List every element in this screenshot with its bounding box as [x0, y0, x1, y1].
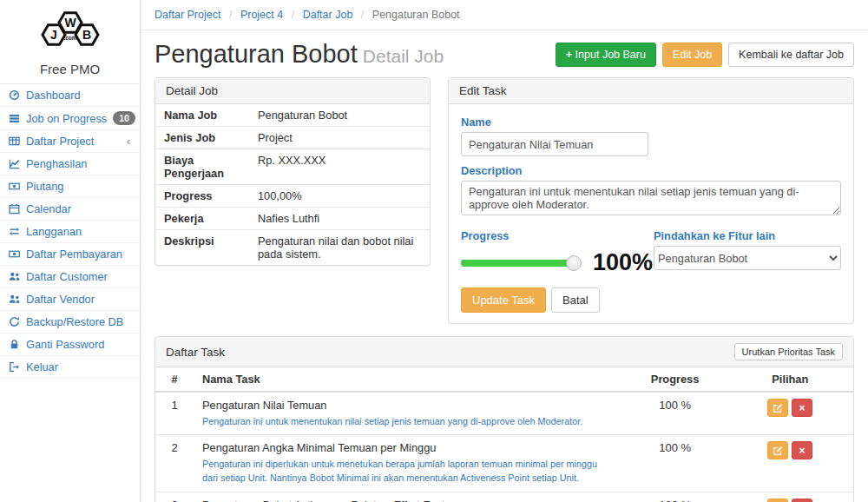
daftar-task-panel: Daftar Task Urutkan Prioritas Task # Nam… — [155, 336, 854, 502]
pencil-square-icon — [773, 446, 783, 456]
sidebar-item-label: Penghasilan — [26, 157, 132, 170]
breadcrumb-project-4[interactable]: Project 4 — [240, 9, 283, 21]
svg-text:J: J — [50, 28, 57, 42]
sidebar-item-label: Daftar Vendor — [26, 293, 132, 306]
task-name: Pengaturan Bobot Activeness Point vs Eff… — [202, 499, 615, 502]
kembali-ke-daftar-job-button[interactable]: Kembali ke daftar Job — [728, 43, 854, 67]
task-progress: 100 % — [623, 492, 727, 502]
daftar-task-panel-title: Daftar Task — [166, 346, 225, 359]
gauge-icon — [8, 89, 20, 101]
delete-task-button[interactable]: × — [792, 441, 812, 459]
input-job-baru-button[interactable]: + Input Job Baru — [556, 43, 656, 67]
detail-row: Nama JobPengaturan Bobot — [155, 104, 430, 127]
sidebar-item-daftar-pembayaran[interactable]: Daftar Pembayaran — [0, 243, 140, 266]
sidebar-item-langganan[interactable]: Langganan — [0, 221, 140, 243]
breadcrumb-separator: / — [361, 9, 364, 21]
task-description-textarea[interactable]: Pengaturan ini untuk menentukan nilai se… — [461, 181, 841, 215]
sidebar-item-dashboard[interactable]: Dashboard — [0, 84, 140, 107]
sidebar-item-piutang[interactable]: Piutang — [0, 175, 140, 198]
description-label: Description — [461, 164, 841, 177]
delete-task-button[interactable]: × — [792, 399, 812, 417]
refresh-icon — [8, 316, 20, 327]
progress-slider-handle[interactable] — [566, 255, 582, 271]
task-no: 2 — [155, 435, 194, 492]
sidebar-item-job-on-progress[interactable]: Job on Progress 10 — [0, 107, 140, 130]
breadcrumb-daftar-project[interactable]: Daftar Project — [155, 9, 220, 21]
sign-out-icon — [8, 361, 20, 373]
task-no: 1 — [155, 392, 194, 435]
sidebar-item-label: Job on Progress — [26, 112, 107, 125]
detail-job-panel-title: Detail Job — [155, 78, 430, 104]
detail-row: Progress100,00% — [155, 185, 430, 208]
sidebar-item-keluar[interactable]: Keluar — [0, 356, 140, 379]
column-pilihan: Pilihan — [727, 367, 853, 392]
task-name-input[interactable] — [461, 132, 648, 156]
sidebar-item-penghasilan[interactable]: Penghasilan — [0, 153, 140, 175]
progress-slider[interactable] — [461, 260, 574, 267]
table-icon — [8, 135, 20, 147]
delete-task-button[interactable]: × — [792, 499, 812, 502]
detail-row: Biaya PengerjaanRp. XXX.XXX — [155, 149, 430, 185]
sidebar-item-calendar[interactable]: Calendar — [0, 198, 140, 221]
breadcrumb-separator: / — [292, 9, 294, 21]
users-icon — [8, 271, 20, 282]
page-title-block: Pengaturan BobotDetail Job — [155, 40, 444, 69]
brand-name: Free PMO — [0, 62, 140, 76]
page-title: Pengaturan Bobot — [155, 40, 358, 68]
progress-label: Progress — [461, 229, 653, 242]
task-row: 1 Pengaturan Nilai Temuan Pengaturan ini… — [155, 392, 853, 435]
lock-icon — [8, 339, 20, 350]
task-row: 2 Pengaturan Angka Minimal Temuan per Mi… — [155, 435, 853, 492]
column-progress: Progress — [623, 367, 727, 392]
sidebar-item-label: Langganan — [26, 225, 132, 238]
sidebar-item-label: Piutang — [26, 180, 132, 193]
x-icon: × — [799, 402, 806, 414]
progress-slider-fill — [461, 260, 574, 267]
chevron-left-icon: ‹ — [127, 135, 132, 148]
sidebar-item-label: Backup/Restore DB — [26, 315, 132, 328]
sidebar-item-ganti-password[interactable]: Ganti Password — [0, 334, 140, 356]
pencil-square-icon — [773, 403, 783, 413]
urutkan-prioritas-task-button[interactable]: Urutkan Prioritas Task — [734, 343, 843, 360]
detail-row: DeskripsiPengaturan nilai dan bobot nila… — [155, 230, 430, 266]
sidebar-item-daftar-vendor[interactable]: Daftar Vendor — [0, 288, 140, 311]
batal-button[interactable]: Batal — [551, 287, 600, 313]
breadcrumb: Daftar Project / Project 4 / Daftar Job … — [141, 0, 868, 30]
column-nama-task: Nama Task — [194, 367, 623, 392]
sidebar-item-daftar-customer[interactable]: Daftar Customer — [0, 266, 140, 288]
task-name: Pengaturan Nilai Temuan — [202, 399, 615, 412]
edit-task-button[interactable] — [767, 499, 788, 502]
edit-task-button[interactable] — [767, 399, 788, 417]
retweet-icon — [8, 226, 20, 237]
update-task-button[interactable]: Update Task — [461, 287, 546, 313]
breadcrumb-current: Pengaturan Bobot — [372, 9, 460, 21]
svg-text:W: W — [64, 16, 76, 30]
breadcrumb-daftar-job[interactable]: Daftar Job — [303, 9, 353, 21]
money-icon — [8, 248, 20, 260]
jwb-logo-icon: W J B .com — [33, 9, 108, 56]
sidebar-item-label: Calendar — [26, 202, 132, 215]
sidebar-item-daftar-project[interactable]: Daftar Project ‹ — [0, 130, 140, 153]
sidebar-item-label: Daftar Customer — [26, 270, 132, 283]
edit-job-button[interactable]: Edit Job — [662, 43, 722, 67]
edit-task-panel-title: Edit Task — [449, 78, 853, 104]
sidebar: W J B .com Free PMO Dashboard Job on Pro… — [0, 0, 141, 502]
task-no: 3 — [155, 492, 194, 502]
app-window: W J B .com Free PMO Dashboard Job on Pro… — [0, 0, 868, 502]
sidebar-menu: Dashboard Job on Progress 10 Daftar Proj… — [0, 83, 140, 379]
calendar-icon — [8, 203, 20, 215]
name-label: Name — [461, 116, 841, 129]
move-feature-select[interactable]: Pengaturan Bobot — [654, 246, 841, 270]
sidebar-item-label: Dashboard — [26, 89, 132, 102]
edit-task-panel: Edit Task Name Description Pengaturan in… — [448, 77, 854, 324]
sidebar-item-label: Ganti Password — [26, 338, 132, 351]
money-icon — [8, 181, 20, 192]
tasks-icon — [8, 113, 20, 124]
edit-task-button[interactable] — [767, 441, 788, 459]
sidebar-item-backup-restore-db[interactable]: Backup/Restore DB — [0, 311, 140, 334]
logo[interactable]: W J B .com Free PMO — [0, 0, 140, 83]
task-table-header-row: # Nama Task Progress Pilihan — [155, 367, 853, 392]
task-progress: 100 % — [623, 435, 727, 492]
svg-text:B: B — [82, 28, 90, 42]
detail-row: PekerjaNafies Luthfi — [155, 208, 430, 230]
